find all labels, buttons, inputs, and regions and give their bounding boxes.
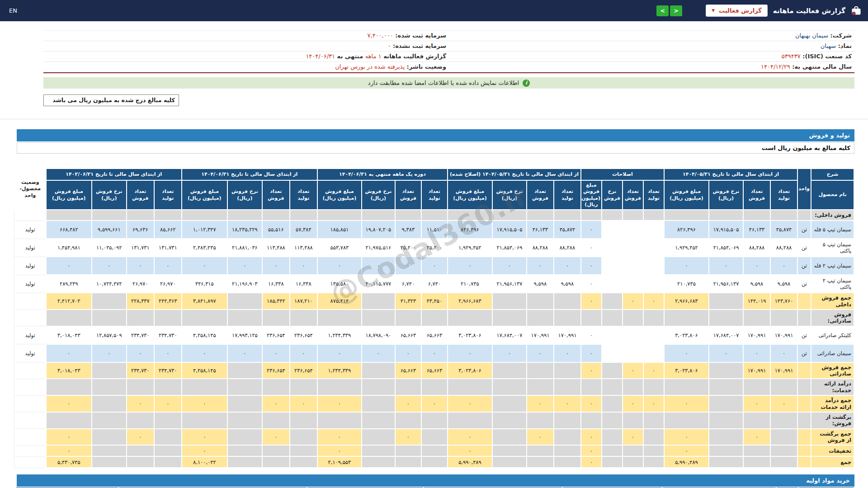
value-cell xyxy=(770,445,797,456)
product-status-cell xyxy=(14,210,46,221)
value-cell: ۰ xyxy=(770,257,797,275)
value-cell xyxy=(127,445,154,456)
value-cell xyxy=(527,456,554,468)
company-info-right: شرکت: سیمان بهبهاننماد: سهبانکد صنعت (IS… xyxy=(449,31,854,72)
value-cell xyxy=(623,412,643,429)
value-cell xyxy=(643,221,664,239)
language-toggle[interactable]: EN xyxy=(9,7,17,14)
product-status-cell xyxy=(14,395,46,412)
value-cell xyxy=(46,310,92,326)
value-cell: ۰ xyxy=(581,344,602,362)
value-cell xyxy=(492,362,527,379)
column-header-product: نام محصول xyxy=(811,180,854,210)
value-cell: ۰ xyxy=(770,395,797,412)
column-subheader: تعداد فروش xyxy=(623,180,643,210)
value-cell: ۲۱,۱۹۶,۹۰۳ xyxy=(227,275,262,293)
value-cell: ۰ xyxy=(154,257,182,275)
prev-report-button[interactable]: < xyxy=(656,5,669,16)
company-info-left: سرمایه ثبت شده: ۷,۴۰۰,۰۰۰سرمایه ثبت نشده… xyxy=(43,31,449,72)
value-cell xyxy=(421,310,448,326)
column-subheader: تعداد تولید xyxy=(554,180,581,210)
column-subheader: نرخ فروش (ریال) xyxy=(92,180,127,210)
value-cell: ۸۸,۲۸۸ xyxy=(527,239,554,257)
value-cell: ۸۲۶,۴۹۶ xyxy=(448,221,492,239)
value-cell: ۰ xyxy=(290,344,317,362)
value-cell: ۸۷۵,۲۱۴ xyxy=(317,293,362,310)
value-cell: ۳,۰۲۳,۸۰۶ xyxy=(448,326,492,344)
value-cell xyxy=(127,456,154,468)
value-cell: ۱۷,۹۱۵,۵۰۵ xyxy=(492,221,527,239)
value-cell xyxy=(362,362,395,379)
value-cell: ۹,۵۹۸ xyxy=(770,275,797,293)
value-cell: ۰ xyxy=(770,344,797,362)
row-label: سیمان تیپ ۲ فله xyxy=(811,257,854,275)
value-cell: ۲۱,۸۸۱,۰۳۶ xyxy=(227,239,262,257)
value-cell xyxy=(290,456,317,468)
company-info-row: گزارش فعالیت ماهانه ۱ ماهه منتهی به ۱۴۰۴… xyxy=(43,52,449,62)
value-cell xyxy=(227,395,262,412)
value-cell: ۰ xyxy=(154,344,182,362)
value-cell xyxy=(290,310,317,326)
value-cell: ۰ xyxy=(395,395,421,412)
value-cell xyxy=(743,456,770,468)
value-cell xyxy=(643,456,664,468)
table-row: جمع فروش داخلی۱۴۳,۷۶۰۱۴۴,۰۱۹۲,۹۶۶,۶۸۳۰۰۰… xyxy=(14,293,854,310)
value-cell: ۰ xyxy=(395,429,421,446)
value-cell xyxy=(527,362,554,379)
value-cell xyxy=(581,310,602,326)
value-cell xyxy=(602,344,623,362)
value-cell xyxy=(362,293,395,310)
value-cell: ۰ xyxy=(581,326,602,344)
company-name-link[interactable]: سیمان بهبهان xyxy=(795,32,828,39)
unit-cell: تن xyxy=(797,257,811,275)
value-cell xyxy=(421,445,448,456)
value-cell: ۵۵,۵۱۶ xyxy=(262,221,290,239)
value-cell xyxy=(602,310,623,326)
value-cell xyxy=(770,429,797,446)
value-cell xyxy=(92,210,127,221)
value-cell: ۱۱,۰۴۵,۰۹۲ xyxy=(92,239,127,257)
value-cell: ۲۳۴,۷۳۰ xyxy=(154,362,182,379)
value-cell: ۱۷,۶۸۴,۰۰۷ xyxy=(492,326,527,344)
value-cell xyxy=(262,456,290,468)
value-cell: ۰ xyxy=(127,395,154,412)
value-cell xyxy=(46,412,92,429)
value-cell: ۹,۵۹۸ xyxy=(527,275,554,293)
value-cell: ۱,۹۲۹,۴۵۲ xyxy=(664,239,709,257)
table-row: جمع برگشت از فروش۰۰۰۰۰۰۰۰۰۰۰۰ xyxy=(14,429,854,446)
table-row: برگشت از فروش: xyxy=(14,412,854,429)
value-cell xyxy=(554,445,581,456)
value-cell xyxy=(623,456,643,468)
value-cell xyxy=(554,362,581,379)
value-cell: ۰ xyxy=(492,257,527,275)
unit-cell xyxy=(797,362,811,379)
value-cell: ۰ xyxy=(92,257,127,275)
unit-cell xyxy=(797,210,811,221)
table-row: سیمان تیپ ۵ فلهتن۴۵,۸۷۴۴۶,۱۳۳۱۷,۹۱۵,۵۰۵۸… xyxy=(14,221,854,239)
value-cell xyxy=(581,379,602,395)
column-subheader: مبلغ فروش (میلیون ریال) xyxy=(664,180,709,210)
value-cell: ۶۶۸,۴۸۲ xyxy=(46,221,92,239)
value-cell: ۱,۲۳۴,۳۳۹ xyxy=(317,362,362,379)
report-type-dropdown[interactable]: گزارش فعالیت ▼ xyxy=(706,5,768,17)
value-cell: ۶۵,۶۶۳ xyxy=(395,326,421,344)
value-cell: ۲۳۴,۷۳۰ xyxy=(127,362,154,379)
value-cell xyxy=(227,412,262,429)
info-text: سال مالی منتهی به: xyxy=(790,63,852,70)
column-subheader: نرخ فروش (ریال) xyxy=(709,180,743,210)
next-report-button[interactable]: > xyxy=(670,5,682,16)
value-cell xyxy=(554,210,581,221)
table-row: جمع درآمد ارائه خدمات۰۰۰۰۰۰۰۰۰۰۰۰۰۰۰۰۰۰ xyxy=(14,395,854,412)
value-cell: ۲,۹۶۶,۶۸۳ xyxy=(448,293,492,310)
value-cell: ۲۱,۹۵۶,۱۳۷ xyxy=(709,275,743,293)
value-cell xyxy=(623,379,643,395)
value-cell: ۶,۷۴۰ xyxy=(395,275,421,293)
value-cell xyxy=(554,379,581,395)
value-cell xyxy=(554,310,581,326)
column-subheader: تعداد تولید xyxy=(421,180,448,210)
row-label: فروش داخلی: xyxy=(811,210,854,221)
value-cell xyxy=(602,293,623,310)
company-info-row: سال مالی منتهی به: ۱۴۰۴/۱۲/۲۹ xyxy=(449,62,854,72)
value-cell: ۰ xyxy=(46,257,92,275)
value-cell: ۴۵,۸۷۴ xyxy=(554,221,581,239)
